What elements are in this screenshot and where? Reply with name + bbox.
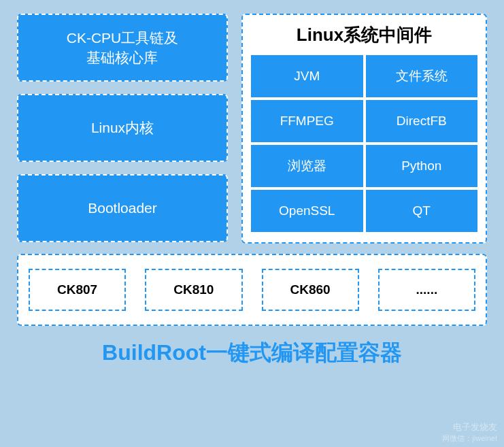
chip-ck807: CK807 — [29, 269, 126, 311]
ckcpu-toolchain-box: CK-CPU工具链及 基础核心库 — [17, 14, 228, 82]
bootloader-box: Bootloader — [17, 174, 228, 242]
linux-kernel-label: Linux内核 — [91, 118, 154, 137]
footer-title: BuildRoot一键式编译配置容器 — [17, 338, 487, 368]
chip-ck810: CK810 — [145, 269, 242, 311]
right-column: Linux系统中间件 JVM 文件系统 FFMPEG DirectFB 浏览器 … — [241, 14, 487, 244]
watermark: 电子发烧友 网微信：jiweinet — [442, 422, 497, 443]
left-column: CK-CPU工具链及 基础核心库 Linux内核 Bootloader — [17, 14, 228, 244]
middleware-title: Linux系统中间件 — [251, 23, 477, 47]
watermark-line1: 电子发烧友 — [442, 422, 497, 433]
diagram-container: CK-CPU工具链及 基础核心库 Linux内核 Bootloader Linu… — [0, 0, 504, 447]
middleware-cell-ffmpeg: FFMPEG — [251, 100, 363, 142]
middleware-cell-openssl: OpenSSL — [251, 190, 363, 232]
middleware-cell-filesystem: 文件系统 — [366, 55, 478, 97]
middleware-panel: Linux系统中间件 JVM 文件系统 FFMPEG DirectFB 浏览器 … — [241, 14, 487, 244]
middleware-cell-jvm: JVM — [251, 55, 363, 97]
linux-kernel-box: Linux内核 — [17, 94, 228, 162]
watermark-line2: 网微信：jiweinet — [442, 433, 497, 443]
top-row: CK-CPU工具链及 基础核心库 Linux内核 Bootloader Linu… — [17, 14, 487, 244]
middleware-cell-python: Python — [366, 145, 478, 187]
ckcpu-toolchain-label: CK-CPU工具链及 基础核心库 — [67, 28, 179, 68]
bootloader-label: Bootloader — [88, 200, 157, 216]
middleware-cell-browser: 浏览器 — [251, 145, 363, 187]
chip-more: ...... — [378, 269, 475, 311]
chip-ck860: CK860 — [262, 269, 359, 311]
middleware-cell-directfb: DirectFB — [366, 100, 478, 142]
middleware-cell-qt: QT — [366, 190, 478, 232]
middleware-grid: JVM 文件系统 FFMPEG DirectFB 浏览器 Python Open… — [251, 55, 477, 232]
chips-row: CK807 CK810 CK860 ...... — [17, 254, 487, 326]
